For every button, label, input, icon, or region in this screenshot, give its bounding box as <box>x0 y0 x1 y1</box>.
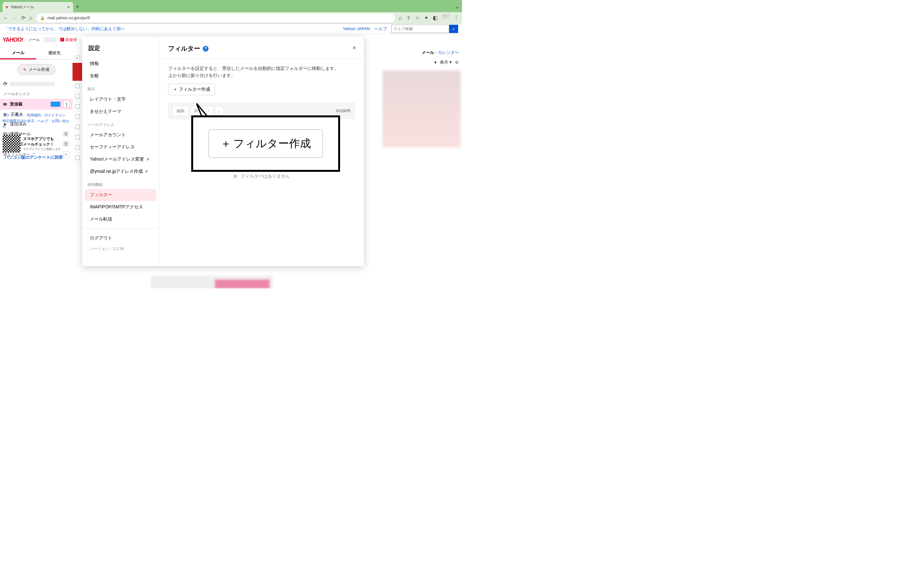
back-icon[interactable]: ← <box>3 15 8 21</box>
external-icon: ↗ <box>145 169 148 174</box>
checkbox[interactable] <box>75 114 79 119</box>
browser-actions: ⌕ ⇧ ☆ ✦ ◧ ⋮ <box>399 15 459 21</box>
callout-create-filter: ＋フィルター作成 <box>208 129 323 158</box>
nav-forward[interactable]: メール転送 <box>82 213 159 226</box>
news-ticker[interactable]: 「できるようになってから、では解決しない」内戦にあえぐ国へ <box>4 26 125 32</box>
display-controls: ▾ 表示 ▾ ⚙ <box>435 59 459 65</box>
nav-safety[interactable]: セーフティーアドレス <box>82 141 159 153</box>
tab-dropdown-icon[interactable]: ⌄ <box>455 3 459 10</box>
tab-mail[interactable]: メール <box>0 47 36 59</box>
nav-section-display: 表示 <box>82 82 159 93</box>
unread-badge <box>51 102 60 107</box>
nav-logout[interactable]: ログアウト <box>82 232 159 244</box>
nav-section-mailaddr: メールアドレス <box>82 118 159 129</box>
empty-spam-icon[interactable]: 🗑 <box>63 131 69 137</box>
nav-yahoo-addr-change[interactable]: Yahoo!メールアドレス変更 ↗ <box>82 153 159 165</box>
new-tab-button[interactable]: + <box>76 3 79 10</box>
edit-button[interactable]: 編集 <box>172 106 189 116</box>
help-link[interactable]: ヘルプ <box>375 26 387 32</box>
create-filter-button[interactable]: ＋フィルター作成 <box>168 84 215 95</box>
blurred-username <box>44 37 57 42</box>
nav-imap[interactable]: IMAP/POP/SMTPアクセス <box>82 201 159 213</box>
search-icon[interactable]: ⌕ <box>399 15 402 21</box>
url-field[interactable]: 🔒 mail.yahoo.co.jp/u/pc/f/ <box>36 13 395 23</box>
reload-icon[interactable]: ⟳ <box>21 15 25 21</box>
menu-icon[interactable]: ⋮ <box>454 15 459 21</box>
nav-theme[interactable]: きせかえテーマ <box>82 105 159 118</box>
folder-inbox[interactable]: ✉ 受信箱 ⋮ <box>0 99 73 110</box>
bottom-ad-button <box>215 279 270 288</box>
sidepanel-icon[interactable]: ◧ <box>433 15 438 21</box>
filter-count: 0/200件 <box>336 108 351 114</box>
yahoo-mail-logo[interactable]: YAHOO! <box>3 37 23 43</box>
nav-general[interactable]: 全般 <box>82 70 159 82</box>
display-toggle[interactable]: 表示 ▾ <box>440 59 452 65</box>
lock-icon: 🔒 <box>40 16 45 20</box>
register-link[interactable]: 🅿 新規登 <box>60 37 77 43</box>
settings-icon[interactable]: ⚙ <box>455 60 459 65</box>
empty-trash-icon[interactable]: 🗑 <box>63 141 69 147</box>
mail-tab-right[interactable]: メール <box>422 50 434 55</box>
sidebar-tabs: メール 連絡先 <box>0 47 73 60</box>
dropdown-icon[interactable]: ▾ <box>435 60 437 65</box>
checkbox[interactable] <box>75 155 79 160</box>
survey-link[interactable]: パソコン版のアンケートに回答 <box>5 155 63 160</box>
collapse-icon[interactable]: « <box>74 55 80 60</box>
modal-title: 設定 <box>82 37 159 58</box>
url-text: mail.yahoo.co.jp/u/pc/f/ <box>47 15 90 20</box>
nav-layout[interactable]: レイアウト・文字 <box>82 93 159 105</box>
move-down-button[interactable]: ↓ <box>215 106 224 115</box>
browser-tab-strip: ▾ Yahoo!メール × + ⌄ <box>0 0 462 12</box>
checkbox[interactable] <box>75 145 79 150</box>
pen-icon: ✎ <box>23 67 27 72</box>
settings-nav: 設定 情報 全般 表示 レイアウト・文字 きせかえテーマ メールアドレス メール… <box>82 37 159 266</box>
refresh-icon[interactable]: ⟳ <box>3 81 7 87</box>
share-icon[interactable]: ⇧ <box>407 15 411 21</box>
close-icon[interactable]: × <box>67 5 70 10</box>
close-icon[interactable]: × <box>352 44 356 52</box>
help-icon[interactable]: ? <box>203 46 208 52</box>
tab-contacts[interactable]: 連絡先 <box>36 47 73 59</box>
forward-icon[interactable]: → <box>12 15 17 21</box>
mailbox-section-title: メールボックス <box>0 88 73 99</box>
web-search: ⌕ <box>391 25 458 33</box>
gear-icon: ⚙ <box>233 174 237 179</box>
nav-filter[interactable]: フィルター <box>85 189 156 201</box>
add-folder-button[interactable]: + <box>63 151 69 158</box>
yahoo-favicon: ▾ <box>6 5 8 10</box>
inbox-icon: ✉ <box>3 102 7 107</box>
qr-promo: スマホアプリでも メールチェック！ ※アプリストアに移動します <box>3 135 61 153</box>
blurred-text <box>10 82 55 86</box>
web-search-input[interactable] <box>391 25 449 33</box>
profile-avatar[interactable] <box>442 15 449 21</box>
checkbox[interactable] <box>75 84 79 88</box>
bookmark-icon[interactable]: ☆ <box>415 15 420 21</box>
yahoo-japan-link[interactable]: Yahoo! JAPAN <box>342 26 370 31</box>
right-promo <box>383 71 461 147</box>
nav-account[interactable]: メールアカウント <box>82 129 159 141</box>
footer-links[interactable]: プライバシー - 利用規約 - ガイドライン 特定商取引法の表示 - ヘルプ・お… <box>3 113 73 129</box>
checkbox[interactable] <box>75 125 79 129</box>
empty-state: ⚙ フィルターはありません <box>168 173 355 179</box>
plus-icon: ＋ <box>220 136 231 151</box>
nav-section-util: 便利機能 <box>82 177 159 189</box>
checkbox[interactable] <box>75 135 79 139</box>
mail-sidebar: メール 連絡先 ✎ メール作成 ⟳ メールボックス ✉ 受信箱 ⋮ 🗎 下書き … <box>0 46 73 161</box>
extensions-icon[interactable]: ✦ <box>424 15 428 21</box>
content-heading: フィルター <box>168 44 200 53</box>
compose-button[interactable]: ✎ メール作成 <box>17 64 55 75</box>
browser-tab[interactable]: ▾ Yahoo!メール × <box>3 2 73 12</box>
home-icon[interactable]: ⌂ <box>29 15 32 21</box>
web-search-button[interactable]: ⌕ <box>449 25 458 33</box>
nav-info[interactable]: 情報 <box>82 58 159 70</box>
checkbox[interactable] <box>75 94 79 98</box>
calendar-link[interactable]: カレンダー <box>438 50 459 55</box>
checkbox[interactable] <box>75 104 79 109</box>
nav-ymail-create[interactable]: @ymail.ne.jpアドレス作成 ↗ <box>82 165 159 177</box>
annotation-callout: ＋フィルター作成 <box>191 115 340 172</box>
qr-code <box>3 135 21 153</box>
yahoo-header: 「できるようになってから、では解決しない」内戦にあえぐ国へ Yahoo! JAP… <box>0 24 462 34</box>
service-tabs: メール - カレンダー <box>422 50 459 55</box>
tab-title: Yahoo!メール <box>11 5 65 10</box>
folder-menu-icon[interactable]: ⋮ <box>63 101 69 108</box>
